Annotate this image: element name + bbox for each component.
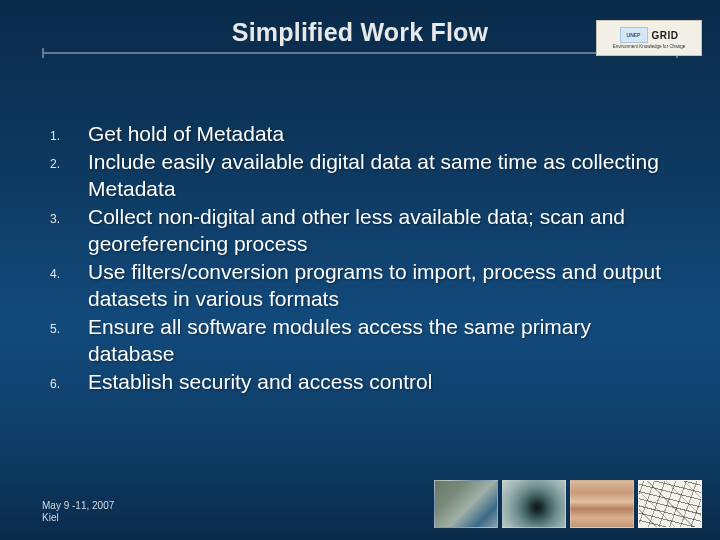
thumb-contour-map-icon <box>638 480 702 528</box>
thumb-aerial-coast-icon <box>434 480 498 528</box>
logo-unep-badge: UNEP <box>620 27 648 43</box>
footer-date-place: May 9 -11, 2007 Kiel <box>42 500 114 524</box>
list-item: 2. Include easily available digital data… <box>42 148 682 202</box>
list-item: 5. Ensure all software modules access th… <box>42 313 682 367</box>
list-text: Collect non-digital and other less avail… <box>88 203 682 257</box>
thumb-crater-icon <box>502 480 566 528</box>
slide-title: Simplified Work Flow <box>232 18 488 46</box>
list-item: 4. Use filters/conversion programs to im… <box>42 258 682 312</box>
title-underline <box>42 52 678 54</box>
list-item: 6. Establish security and access control <box>42 368 682 395</box>
list-item: 3. Collect non-digital and other less av… <box>42 203 682 257</box>
list-number: 2. <box>42 148 88 171</box>
list-number: 3. <box>42 203 88 226</box>
logo-top-row: UNEP GRID <box>620 27 679 43</box>
list-number: 4. <box>42 258 88 281</box>
list-number: 6. <box>42 368 88 391</box>
logo-unep-grid: UNEP GRID Environment Knowledge for Chan… <box>596 20 702 56</box>
footer-thumbnails <box>434 480 702 528</box>
logo-tagline: Environment Knowledge for Change <box>613 44 685 49</box>
list-item: 1. Get hold of Metadata <box>42 120 682 147</box>
footer-date: May 9 -11, 2007 <box>42 500 114 512</box>
list-text: Use filters/conversion programs to impor… <box>88 258 682 312</box>
list-text: Include easily available digital data at… <box>88 148 682 202</box>
thumb-strata-icon <box>570 480 634 528</box>
footer-place: Kiel <box>42 512 114 524</box>
logo-grid-text: GRID <box>652 30 679 41</box>
list-text: Get hold of Metadata <box>88 120 284 147</box>
content-list: 1. Get hold of Metadata 2. Include easil… <box>42 120 682 396</box>
list-text: Establish security and access control <box>88 368 432 395</box>
list-number: 5. <box>42 313 88 336</box>
slide: Simplified Work Flow UNEP GRID Environme… <box>0 0 720 540</box>
list-number: 1. <box>42 120 88 143</box>
list-text: Ensure all software modules access the s… <box>88 313 682 367</box>
workflow-list: 1. Get hold of Metadata 2. Include easil… <box>42 120 682 395</box>
